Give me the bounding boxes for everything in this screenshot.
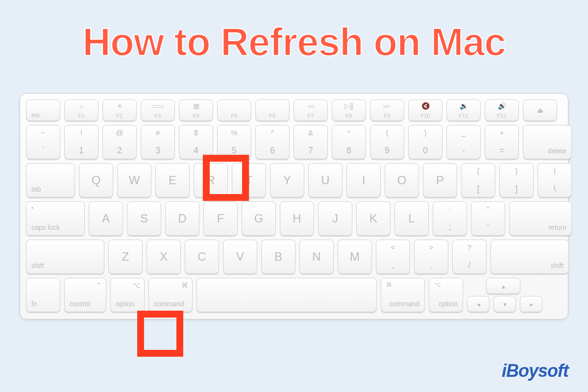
key-arrow-left: ◂ (467, 296, 490, 312)
key-8: *8 (332, 125, 366, 159)
key-r: R (194, 163, 228, 197)
bottom-row: fn ⌃control ⌥option ⌘command ⌘command ⌥o… (26, 278, 562, 312)
key-arrow-right: ▸ (520, 296, 542, 312)
key-eject: ⏏ (523, 99, 557, 121)
brand-logo: iBoysoft (502, 361, 568, 381)
key-backtick: ~` (26, 125, 60, 159)
key-command-left: ⌘command (148, 278, 193, 312)
key-0: )0 (408, 125, 442, 159)
key-p: P (423, 163, 457, 197)
key-f1: ☼F1 (64, 99, 98, 121)
key-y: Y (270, 163, 304, 197)
key-f: F (203, 201, 238, 236)
key-esc: esc (26, 99, 60, 121)
key-f8: ▷ǁF8 (332, 99, 366, 121)
key-u: U (308, 163, 343, 197)
key-fn: fn (26, 278, 60, 312)
key-2: @2 (102, 125, 137, 159)
key-s: S (127, 201, 161, 236)
key-comma: <, (376, 240, 410, 274)
page-title: How to Refresh on Mac (0, 0, 588, 65)
key-option-right: ⌥option (429, 278, 463, 312)
key-arrow-up: ▴ (486, 278, 520, 294)
number-row: ~` !1 @2 #3 $4 %5 ^6 &7 *8 (9 )0 _- += d… (26, 125, 562, 159)
key-e: E (155, 163, 190, 197)
key-i: I (346, 163, 381, 197)
key-f10: 🔇F10 (408, 99, 442, 121)
key-f3: ▭▭F3 (141, 99, 175, 121)
key-f5: F5 (217, 99, 251, 121)
key-x: X (147, 240, 181, 274)
key-3: #3 (141, 125, 175, 159)
key-l: L (394, 201, 429, 236)
key-n: N (299, 240, 334, 274)
key-f11: 🔉F11 (446, 99, 481, 121)
key-c: C (185, 240, 219, 274)
key-z: Z (108, 240, 143, 274)
key-f7: ◃◃F7 (294, 99, 328, 121)
function-row: esc ☼F1 ☀F2 ▭▭F3 ▦F4 F5 F6 ◃◃F7 ▷ǁF8 ▹▹F… (26, 99, 562, 121)
key-j: J (318, 201, 352, 236)
mac-keyboard: esc ☼F1 ☀F2 ▭▭F3 ▦F4 F5 F6 ◃◃F7 ▷ǁF8 ▹▹F… (20, 93, 568, 319)
key-command-right: ⌘command (381, 278, 425, 312)
asdf-row: •caps lock A S D F G H J K L :; "' retur… (26, 201, 562, 236)
key-slash: ?/ (452, 240, 487, 274)
qwerty-row: tab Q W E R T Y U I O P {[ }] |\ (26, 163, 562, 197)
key-shift-right: shift (490, 240, 569, 274)
key-f6: F6 (255, 99, 290, 121)
key-g: G (242, 201, 276, 236)
key-v: V (223, 240, 257, 274)
key-apostrophe: "' (471, 201, 505, 236)
key-return: return (509, 201, 572, 236)
key-m: M (338, 240, 372, 274)
key-5: %5 (217, 125, 251, 159)
key-9: (9 (370, 125, 404, 159)
key-6: ^6 (255, 125, 290, 159)
key-shift-left: shift (26, 240, 104, 274)
key-q: Q (79, 163, 113, 197)
zxcv-row: shift Z X C V B N M <, >. ?/ shift (26, 240, 562, 274)
key-capslock: •caps lock (26, 201, 85, 236)
key-o: O (385, 163, 419, 197)
key-bracket-right: }] (499, 163, 534, 197)
key-f2: ☀F2 (102, 99, 137, 121)
key-f4: ▦F4 (179, 99, 213, 121)
key-backslash: |\ (538, 163, 572, 197)
key-b: B (261, 240, 295, 274)
key-equals: += (485, 125, 519, 159)
key-tab: tab (26, 163, 75, 197)
key-4: $4 (179, 125, 213, 159)
key-delete: delete (523, 125, 572, 159)
key-arrow-down: ▾ (493, 296, 516, 312)
arrow-cluster: ▴ ◂ ▾ ▸ (467, 278, 539, 312)
key-h: H (280, 201, 314, 236)
key-f9: ▹▹F9 (370, 99, 404, 121)
key-space (196, 278, 377, 312)
key-f12: 🔊F12 (485, 99, 519, 121)
key-bracket-left: {[ (461, 163, 495, 197)
key-option-left: ⌥option (110, 278, 145, 312)
key-period: >. (414, 240, 448, 274)
key-semicolon: :; (433, 201, 467, 236)
key-7: &7 (294, 125, 328, 159)
key-k: K (356, 201, 391, 236)
key-t: T (232, 163, 266, 197)
key-minus: _- (446, 125, 481, 159)
key-d: D (165, 201, 199, 236)
key-control: ⌃control (64, 278, 106, 312)
key-1: !1 (64, 125, 98, 159)
key-w: W (117, 163, 151, 197)
key-a: A (89, 201, 123, 236)
